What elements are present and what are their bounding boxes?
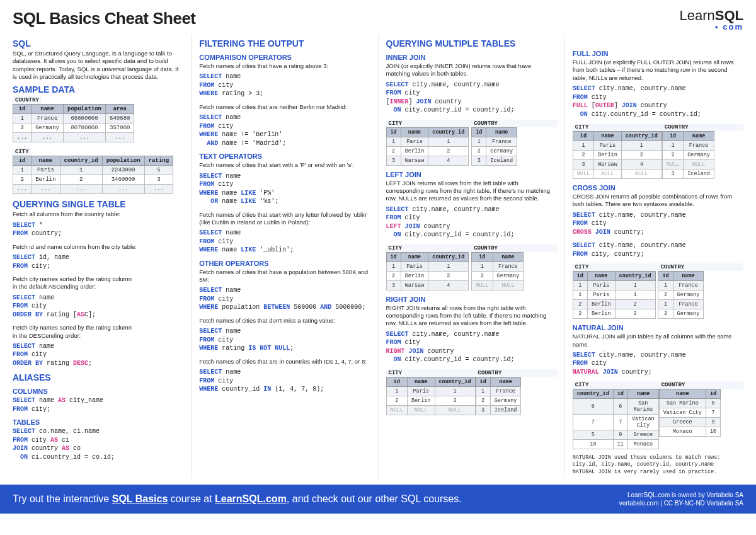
code: SELECT name FROM city WHERE name != 'Ber… (199, 113, 370, 147)
footer-link-course[interactable]: SQL Basics (112, 493, 168, 504)
code: SELECT * FROM country; (13, 221, 183, 238)
h-sample: SAMPLE DATA (13, 84, 183, 95)
footer-link-site[interactable]: LearnSQL.com (215, 493, 287, 504)
col-3: QUERYING MULTIPLE TABLES INNER JOIN JOIN… (378, 35, 564, 478)
code: SELECT city.name, country.name FROM city… (573, 351, 743, 377)
code: SELECT name FROM city ORDER BY rating DE… (13, 342, 183, 368)
code: SELECT city.name, country.name FROM city… (573, 84, 743, 118)
code: SELECT name FROM city WHERE rating IS NO… (199, 327, 370, 353)
country-table: idnamepopulationarea1France6660000064068… (13, 104, 134, 142)
code: SELECT co.name, ci.name FROM city AS ci … (13, 427, 183, 461)
code: SELECT name FROM city WHERE country_id I… (199, 368, 370, 394)
footer: Try out the interactive SQL Basics cours… (0, 485, 756, 514)
code: SELECT name FROM city WHERE population B… (199, 286, 370, 312)
code: SELECT city.name, country.name FROM city… (386, 205, 557, 239)
code: SELECT id, name FROM city; (13, 253, 183, 270)
page-title: SQL Basics Cheat Sheet (13, 9, 196, 28)
h-qst: QUERYING SINGLE TABLE (13, 199, 183, 209)
code: SELECT city.name, country.name FROM city… (573, 211, 743, 237)
col-1: SQL SQL, or Structured Query Language, i… (13, 35, 191, 478)
h-sql: SQL (13, 38, 183, 49)
col-4: FULL JOIN FULL JOIN (or explicitly FULL … (564, 35, 743, 478)
code: SELECT name FROM city WHERE name LIKE '_… (199, 229, 370, 255)
code: SELECT name AS city_name FROM city; (13, 396, 183, 413)
code: SELECT city.name, country.name FROM city… (386, 330, 557, 364)
col-2: FILTERING THE OUTPUT COMPARISON OPERATOR… (191, 35, 377, 478)
h-aliases: ALIASES (13, 372, 183, 383)
code: SELECT name FROM city WHERE rating > 3; (199, 72, 370, 98)
code: SELECT name FROM city ORDER BY rating [A… (13, 294, 183, 319)
code: SELECT city.name, country.name FROM city… (573, 241, 743, 258)
logo: LearnSQL • com (679, 9, 743, 31)
p-sql: SQL, or Structured Query Language, is a … (13, 50, 183, 81)
code: SELECT name FROM city WHERE name LIKE 'P… (199, 172, 370, 206)
code: SELECT city.name, country.name FROM city… (386, 81, 557, 115)
city-table: idnamecountry_idpopulationrating1Paris12… (13, 156, 173, 194)
